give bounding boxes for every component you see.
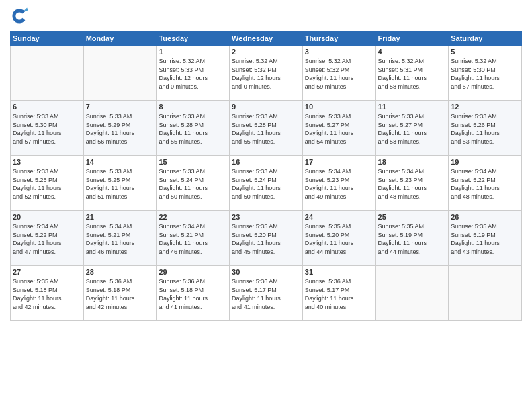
calendar-cell [375, 266, 449, 321]
calendar-cell: 11Sunrise: 5:33 AM Sunset: 5:27 PM Dayli… [375, 101, 449, 156]
day-info: Sunrise: 5:34 AM Sunset: 5:22 PM Dayligh… [451, 167, 519, 201]
weekday-header-wednesday: Wednesday [230, 32, 303, 46]
week-row-2: 6Sunrise: 5:33 AM Sunset: 5:30 PM Daylig… [11, 101, 522, 156]
weekday-header-saturday: Saturday [449, 32, 522, 46]
day-info: Sunrise: 5:34 AM Sunset: 5:21 PM Dayligh… [159, 222, 227, 256]
day-info: Sunrise: 5:33 AM Sunset: 5:24 PM Dayligh… [159, 167, 227, 201]
day-number: 22 [159, 213, 227, 221]
day-number: 1 [159, 48, 227, 56]
day-info: Sunrise: 5:33 AM Sunset: 5:28 PM Dayligh… [232, 112, 300, 146]
day-info: Sunrise: 5:35 AM Sunset: 5:19 PM Dayligh… [451, 222, 519, 256]
day-info: Sunrise: 5:33 AM Sunset: 5:24 PM Dayligh… [232, 167, 300, 201]
day-number: 7 [86, 103, 154, 111]
week-row-5: 27Sunrise: 5:35 AM Sunset: 5:18 PM Dayli… [11, 266, 522, 321]
day-info: Sunrise: 5:32 AM Sunset: 5:32 PM Dayligh… [305, 57, 373, 91]
day-number: 2 [232, 48, 300, 56]
day-number: 26 [451, 213, 519, 221]
day-number: 29 [159, 268, 227, 276]
calendar-cell: 26Sunrise: 5:35 AM Sunset: 5:19 PM Dayli… [449, 211, 522, 266]
calendar-cell: 5Sunrise: 5:32 AM Sunset: 5:30 PM Daylig… [449, 46, 522, 101]
day-info: Sunrise: 5:33 AM Sunset: 5:29 PM Dayligh… [86, 112, 154, 146]
day-number: 14 [86, 158, 154, 166]
calendar-cell [83, 46, 157, 101]
weekday-header-thursday: Thursday [302, 32, 375, 46]
day-number: 15 [159, 158, 227, 166]
weekday-header-monday: Monday [83, 32, 157, 46]
calendar-cell: 14Sunrise: 5:33 AM Sunset: 5:25 PM Dayli… [83, 156, 157, 211]
day-number: 23 [232, 213, 300, 221]
day-number: 11 [378, 103, 447, 111]
day-number: 21 [86, 213, 154, 221]
day-number: 18 [378, 158, 447, 166]
day-number: 30 [232, 268, 300, 276]
day-info: Sunrise: 5:34 AM Sunset: 5:23 PM Dayligh… [305, 167, 373, 201]
day-info: Sunrise: 5:33 AM Sunset: 5:30 PM Dayligh… [13, 112, 81, 146]
day-number: 28 [86, 268, 154, 276]
calendar-cell: 15Sunrise: 5:33 AM Sunset: 5:24 PM Dayli… [157, 156, 230, 211]
day-number: 6 [13, 103, 81, 111]
calendar-cell: 4Sunrise: 5:32 AM Sunset: 5:31 PM Daylig… [375, 46, 449, 101]
week-row-3: 13Sunrise: 5:33 AM Sunset: 5:25 PM Dayli… [11, 156, 522, 211]
day-info: Sunrise: 5:33 AM Sunset: 5:25 PM Dayligh… [86, 167, 154, 201]
calendar-cell: 9Sunrise: 5:33 AM Sunset: 5:28 PM Daylig… [230, 101, 303, 156]
weekday-header-sunday: Sunday [11, 32, 84, 46]
day-info: Sunrise: 5:36 AM Sunset: 5:17 PM Dayligh… [232, 277, 300, 311]
weekday-header-row: SundayMondayTuesdayWednesdayThursdayFrid… [11, 32, 522, 46]
day-info: Sunrise: 5:33 AM Sunset: 5:27 PM Dayligh… [378, 112, 447, 146]
day-info: Sunrise: 5:34 AM Sunset: 5:23 PM Dayligh… [378, 167, 447, 201]
calendar-cell: 6Sunrise: 5:33 AM Sunset: 5:30 PM Daylig… [11, 101, 84, 156]
day-info: Sunrise: 5:35 AM Sunset: 5:19 PM Dayligh… [378, 222, 447, 256]
day-number: 5 [451, 48, 519, 56]
calendar-cell: 30Sunrise: 5:36 AM Sunset: 5:17 PM Dayli… [230, 266, 303, 321]
week-row-1: 1Sunrise: 5:32 AM Sunset: 5:33 PM Daylig… [11, 46, 522, 101]
week-row-4: 20Sunrise: 5:34 AM Sunset: 5:22 PM Dayli… [11, 211, 522, 266]
day-number: 17 [305, 158, 373, 166]
day-info: Sunrise: 5:35 AM Sunset: 5:20 PM Dayligh… [305, 222, 373, 256]
day-info: Sunrise: 5:32 AM Sunset: 5:33 PM Dayligh… [159, 57, 227, 91]
day-number: 31 [305, 268, 373, 276]
calendar-cell [449, 266, 522, 321]
calendar-cell: 13Sunrise: 5:33 AM Sunset: 5:25 PM Dayli… [11, 156, 84, 211]
day-number: 20 [13, 213, 81, 221]
calendar-cell: 29Sunrise: 5:36 AM Sunset: 5:18 PM Dayli… [157, 266, 230, 321]
calendar-cell: 25Sunrise: 5:35 AM Sunset: 5:19 PM Dayli… [375, 211, 449, 266]
day-number: 3 [305, 48, 373, 56]
day-info: Sunrise: 5:32 AM Sunset: 5:30 PM Dayligh… [451, 57, 519, 91]
calendar-table: SundayMondayTuesdayWednesdayThursdayFrid… [10, 31, 522, 321]
day-info: Sunrise: 5:33 AM Sunset: 5:26 PM Dayligh… [451, 112, 519, 146]
calendar-cell: 10Sunrise: 5:33 AM Sunset: 5:27 PM Dayli… [302, 101, 375, 156]
day-info: Sunrise: 5:33 AM Sunset: 5:27 PM Dayligh… [305, 112, 373, 146]
logo-icon [10, 7, 29, 26]
day-info: Sunrise: 5:33 AM Sunset: 5:25 PM Dayligh… [13, 167, 81, 201]
calendar-cell: 18Sunrise: 5:34 AM Sunset: 5:23 PM Dayli… [375, 156, 449, 211]
day-number: 25 [378, 213, 447, 221]
day-number: 19 [451, 158, 519, 166]
day-info: Sunrise: 5:33 AM Sunset: 5:28 PM Dayligh… [159, 112, 227, 146]
day-info: Sunrise: 5:36 AM Sunset: 5:17 PM Dayligh… [305, 277, 373, 311]
calendar-cell: 28Sunrise: 5:36 AM Sunset: 5:18 PM Dayli… [83, 266, 157, 321]
day-number: 4 [378, 48, 447, 56]
calendar-cell: 16Sunrise: 5:33 AM Sunset: 5:24 PM Dayli… [230, 156, 303, 211]
calendar-cell: 2Sunrise: 5:32 AM Sunset: 5:32 PM Daylig… [230, 46, 303, 101]
calendar-cell: 17Sunrise: 5:34 AM Sunset: 5:23 PM Dayli… [302, 156, 375, 211]
weekday-header-friday: Friday [375, 32, 449, 46]
day-info: Sunrise: 5:36 AM Sunset: 5:18 PM Dayligh… [86, 277, 154, 311]
calendar-cell: 22Sunrise: 5:34 AM Sunset: 5:21 PM Dayli… [157, 211, 230, 266]
calendar-cell: 21Sunrise: 5:34 AM Sunset: 5:21 PM Dayli… [83, 211, 157, 266]
day-info: Sunrise: 5:34 AM Sunset: 5:21 PM Dayligh… [86, 222, 154, 256]
calendar-cell: 12Sunrise: 5:33 AM Sunset: 5:26 PM Dayli… [449, 101, 522, 156]
day-info: Sunrise: 5:34 AM Sunset: 5:22 PM Dayligh… [13, 222, 81, 256]
header [10, 7, 522, 26]
day-info: Sunrise: 5:32 AM Sunset: 5:31 PM Dayligh… [378, 57, 447, 91]
day-number: 8 [159, 103, 227, 111]
calendar-cell: 23Sunrise: 5:35 AM Sunset: 5:20 PM Dayli… [230, 211, 303, 266]
day-info: Sunrise: 5:35 AM Sunset: 5:20 PM Dayligh… [232, 222, 300, 256]
page: SundayMondayTuesdayWednesdayThursdayFrid… [0, 0, 532, 411]
day-number: 9 [232, 103, 300, 111]
calendar-cell: 27Sunrise: 5:35 AM Sunset: 5:18 PM Dayli… [11, 266, 84, 321]
weekday-header-tuesday: Tuesday [157, 32, 230, 46]
day-number: 13 [13, 158, 81, 166]
day-info: Sunrise: 5:32 AM Sunset: 5:32 PM Dayligh… [232, 57, 300, 91]
logo [10, 7, 32, 26]
calendar-cell: 31Sunrise: 5:36 AM Sunset: 5:17 PM Dayli… [302, 266, 375, 321]
